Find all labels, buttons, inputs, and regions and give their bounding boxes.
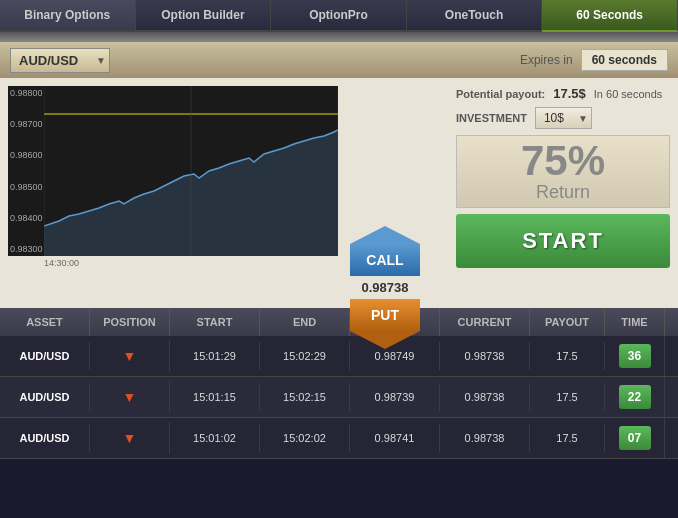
investment-select-input[interactable]: 5$ 10$ 25$ 50$ 100$ <box>535 107 592 129</box>
tab-binary-options[interactable]: Binary Options <box>0 0 136 32</box>
row2-position: ▼ <box>90 381 170 413</box>
chart-container: 0.98800 0.98700 0.98600 0.98500 0.98400 … <box>8 86 338 256</box>
chart-area: 0.98800 0.98700 0.98600 0.98500 0.98400 … <box>0 78 448 308</box>
investment-label: INVESTMENT <box>456 112 527 124</box>
row1-end: 15:02:29 <box>260 342 350 370</box>
row1-asset: AUD/USD <box>0 342 90 370</box>
row3-entry: 0.98741 <box>350 424 440 452</box>
table-header: ASSET position START END ENTRY CURRENT p… <box>0 308 678 336</box>
row1-time: 36 <box>605 336 665 376</box>
asset-select-input[interactable]: AUD/USD EUR/USD GBP/USD USD/JPY <box>10 48 110 73</box>
th-current: CURRENT <box>440 308 530 336</box>
row1-position: ▼ <box>90 340 170 372</box>
current-price-display: 0.98738 <box>362 278 409 297</box>
put-label: PUT <box>350 299 420 331</box>
asset-row: AUD/USD EUR/USD GBP/USD USD/JPY ▼ Expire… <box>0 42 678 78</box>
y-label-5: 0.98400 <box>10 213 43 223</box>
tab-option-builder[interactable]: Option Builder <box>136 0 272 32</box>
time-badge: 22 <box>619 385 651 409</box>
tab-one-touch[interactable]: OneTouch <box>407 0 543 32</box>
call-arrow-icon <box>350 226 420 244</box>
return-label: Return <box>461 182 665 203</box>
y-label-3: 0.98600 <box>10 150 43 160</box>
table-row: AUD/USD ▼ 15:01:29 15:02:29 0.98749 0.98… <box>0 336 678 377</box>
row1-start: 15:01:29 <box>170 342 260 370</box>
row3-position: ▼ <box>90 422 170 454</box>
x-label-1: 14:30:00 <box>44 258 79 268</box>
row2-current: 0.98738 <box>440 383 530 411</box>
tab-60-seconds[interactable]: 60 Seconds <box>542 0 678 32</box>
row2-payout: 17.5 <box>530 383 605 411</box>
row2-end: 15:02:15 <box>260 383 350 411</box>
table-row: AUD/USD ▼ 15:01:15 15:02:15 0.98739 0.98… <box>0 377 678 418</box>
th-asset: ASSET <box>0 308 90 336</box>
row1-payout: 17.5 <box>530 342 605 370</box>
main-content: 0.98800 0.98700 0.98600 0.98500 0.98400 … <box>0 78 678 308</box>
chart-svg <box>44 86 338 256</box>
row2-time: 22 <box>605 377 665 417</box>
asset-selector[interactable]: AUD/USD EUR/USD GBP/USD USD/JPY ▼ <box>10 48 110 73</box>
row1-current: 0.98738 <box>440 342 530 370</box>
row3-time: 07 <box>605 418 665 458</box>
th-payout: payout <box>530 308 605 336</box>
row3-asset: AUD/USD <box>0 424 90 452</box>
return-percent: 75% <box>461 140 665 182</box>
table-row: AUD/USD ▼ 15:01:02 15:02:02 0.98741 0.98… <box>0 418 678 459</box>
row3-start: 15:01:02 <box>170 424 260 452</box>
expires-value: 60 seconds <box>581 49 668 71</box>
investment-row: INVESTMENT 5$ 10$ 25$ 50$ 100$ ▼ <box>456 107 670 129</box>
start-button[interactable]: START <box>456 214 670 268</box>
down-arrow-icon: ▼ <box>123 430 137 446</box>
down-arrow-icon: ▼ <box>123 389 137 405</box>
th-end: END <box>260 308 350 336</box>
payout-value: 17.5$ <box>553 86 586 101</box>
payout-seconds: In 60 seconds <box>594 88 663 100</box>
y-label-2: 0.98700 <box>10 119 43 129</box>
row3-current: 0.98738 <box>440 424 530 452</box>
call-label: CALL <box>350 244 420 276</box>
th-time: TIME <box>605 308 665 336</box>
tab-option-pro[interactable]: OptionPro <box>271 0 407 32</box>
row3-end: 15:02:02 <box>260 424 350 452</box>
row2-asset: AUD/USD <box>0 383 90 411</box>
th-position: position <box>90 308 170 336</box>
y-label-6: 0.98300 <box>10 244 43 254</box>
down-arrow-icon: ▼ <box>123 348 137 364</box>
y-label-4: 0.98500 <box>10 182 43 192</box>
payout-label: Potential payout: <box>456 88 545 100</box>
chart-y-labels: 0.98800 0.98700 0.98600 0.98500 0.98400 … <box>8 86 45 256</box>
row2-start: 15:01:15 <box>170 383 260 411</box>
th-start: START <box>170 308 260 336</box>
y-label-1: 0.98800 <box>10 88 43 98</box>
call-button[interactable]: CALL <box>350 226 420 276</box>
investment-selector[interactable]: 5$ 10$ 25$ 50$ 100$ ▼ <box>535 107 592 129</box>
nav-tabs: Binary Options Option Builder OptionPro … <box>0 0 678 32</box>
time-badge: 36 <box>619 344 651 368</box>
right-panel: Potential payout: 17.5$ In 60 seconds IN… <box>448 78 678 308</box>
payout-row: Potential payout: 17.5$ In 60 seconds <box>456 86 670 101</box>
expires-label: Expires in <box>520 53 573 67</box>
time-badge: 07 <box>619 426 651 450</box>
put-button[interactable]: PUT <box>350 299 420 349</box>
table-section: ASSET position START END ENTRY CURRENT p… <box>0 308 678 459</box>
expires-row: Expires in 60 seconds <box>520 49 668 71</box>
return-box: 75% Return <box>456 135 670 208</box>
put-arrow-icon <box>350 331 420 349</box>
row3-payout: 17.5 <box>530 424 605 452</box>
row2-entry: 0.98739 <box>350 383 440 411</box>
